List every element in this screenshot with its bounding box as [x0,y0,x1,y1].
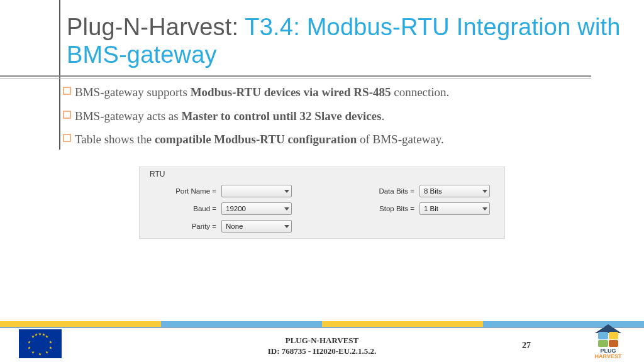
bullet-text: BMS-gateway acts as Master to control un… [75,108,384,124]
chevron-down-icon [284,190,289,193]
bullet-item: BMS-gateway supports Modbus-RTU devices … [63,84,597,101]
field-label: Data Bits = [338,187,419,195]
dropdown-value: 19200 [226,205,246,212]
data-bits-dropdown[interactable]: 8 Bits [419,185,490,197]
bullet-item: BMS-gateway acts as Master to control un… [63,108,597,124]
page-number: 27 [522,341,531,351]
bullet-list: BMS-gateway supports Modbus-RTU devices … [63,84,597,155]
dropdown-value: 1 Bit [424,205,438,212]
title-prefix: Plug-N-Harvest: [67,14,245,40]
chevron-down-icon [482,207,487,211]
footer-color-bar [0,321,644,327]
dropdown-value: None [226,222,243,230]
plug-n-harvest-logo: PLUGHARVEST [590,324,626,359]
bullet-text: BMS-gateway supports Modbus-RTU devices … [75,84,449,101]
bullet-square-icon [63,134,71,142]
field-data-bits: Data Bits = 8 Bits [338,182,490,200]
footer-line [0,327,644,329]
logo-text-bottom: HARVEST [595,353,622,359]
rtu-panel-title: RTU [150,170,165,178]
bullet-text: Table shows the compatible Modbus-RTU co… [75,131,444,148]
field-label: Stop Bits = [338,205,419,212]
bullet-square-icon [63,111,71,119]
dropdown-value: 8 Bits [424,187,442,195]
field-label: Port Name = [140,187,221,195]
rtu-config-panel: RTU Port Name = Baud = 19200 Parity = No… [139,167,505,239]
baud-dropdown[interactable]: 19200 [221,202,292,215]
footer-line2: ID: 768735 - H2020-EU.2.1.5.2. [0,346,644,357]
footer-line1: PLUG-N-HARVEST [0,336,644,346]
parity-dropdown[interactable]: None [221,220,292,233]
title-underline-thin [0,78,591,79]
port-name-dropdown[interactable] [221,185,292,197]
field-port-name: Port Name = [140,182,292,200]
field-baud: Baud = 19200 [140,200,292,217]
stop-bits-dropdown[interactable]: 1 Bit [419,202,490,215]
chevron-down-icon [482,190,487,193]
field-label: Parity = [140,222,221,230]
slide-title: Plug-N-Harvest: T3.4: Modbus-RTU Integra… [67,14,644,69]
chevron-down-icon [284,207,289,211]
field-stop-bits: Stop Bits = 1 Bit [338,200,490,217]
bullet-square-icon [63,87,71,95]
title-underline-thick [0,75,591,77]
bullet-item: Table shows the compatible Modbus-RTU co… [63,131,597,148]
field-label: Baud = [140,205,221,212]
decorative-vertical-rule [59,0,60,150]
field-parity: Parity = None [140,217,292,235]
footer-text: PLUG-N-HARVEST ID: 768735 - H2020-EU.2.1… [0,336,644,357]
chevron-down-icon [284,225,289,228]
